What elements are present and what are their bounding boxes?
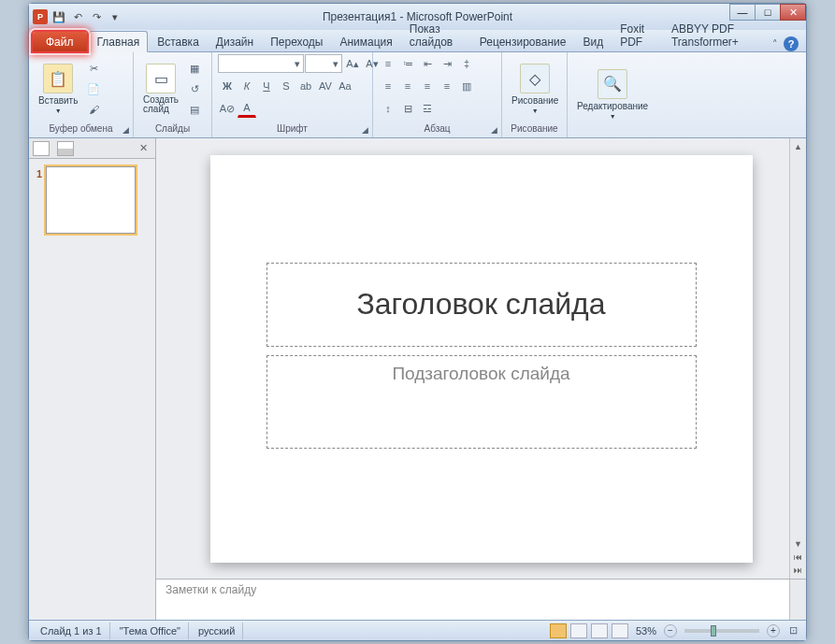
title-placeholder[interactable]: Заголовок слайда xyxy=(266,263,697,347)
numbering-icon[interactable]: ≔ xyxy=(398,54,417,73)
align-text-icon[interactable]: ⊟ xyxy=(398,99,417,118)
zoom-out-button[interactable]: − xyxy=(664,624,677,637)
grow-font-icon[interactable]: A▴ xyxy=(343,54,362,73)
scroll-down-icon[interactable]: ▼ xyxy=(792,537,805,551)
prev-slide-icon[interactable]: ⏮ xyxy=(792,551,805,564)
char-spacing-icon[interactable]: AV xyxy=(316,77,335,95)
decrease-indent-icon[interactable]: ⇤ xyxy=(418,54,437,73)
shadow-icon[interactable]: ab xyxy=(296,77,315,95)
slideshow-view-button[interactable] xyxy=(612,623,628,638)
font-family-dropdown[interactable]: ▾ xyxy=(218,54,304,73)
drawing-button[interactable]: ◇ Рисование ▼ xyxy=(508,62,562,116)
qat-customize-icon[interactable]: ▾ xyxy=(108,9,122,24)
outline-tab[interactable] xyxy=(57,141,74,156)
section-icon[interactable]: ▤ xyxy=(185,100,204,119)
justify-icon[interactable]: ≡ xyxy=(438,77,456,95)
align-right-icon[interactable]: ≡ xyxy=(418,77,437,95)
save-icon[interactable]: 💾 xyxy=(51,9,66,24)
group-label-drawing: Рисование xyxy=(508,123,561,136)
smartart-icon[interactable]: ☲ xyxy=(418,99,437,118)
bullets-icon[interactable]: ≡ xyxy=(379,54,397,73)
zoom-thumb[interactable] xyxy=(711,625,716,637)
zoom-slider[interactable] xyxy=(684,629,759,633)
line-spacing-icon[interactable]: ‡ xyxy=(457,54,476,73)
align-center-icon[interactable]: ≡ xyxy=(398,77,417,95)
notes-scrollbar[interactable] xyxy=(789,580,806,620)
tab-review[interactable]: Рецензирование xyxy=(472,32,574,51)
align-left-icon[interactable]: ≡ xyxy=(379,77,397,95)
fit-to-window-button[interactable]: ⊡ xyxy=(784,622,802,640)
tab-slideshow[interactable]: Показ слайдов xyxy=(402,19,470,51)
ribbon-minimize-icon[interactable]: ˄ xyxy=(772,38,778,50)
paragraph-launcher-icon[interactable]: ◢ xyxy=(488,124,499,136)
group-label-slides: Слайды xyxy=(139,123,206,136)
columns-icon[interactable]: ▥ xyxy=(457,77,476,95)
zoom-percent[interactable]: 53% xyxy=(636,625,656,637)
shapes-icon: ◇ xyxy=(520,64,550,93)
font-size-dropdown[interactable]: ▾ xyxy=(305,54,342,73)
panel-close-icon[interactable]: ✕ xyxy=(136,142,151,154)
ribbon-tabs: Файл Главная Вставка Дизайн Переходы Ани… xyxy=(29,30,806,52)
clipboard-launcher-icon[interactable]: ◢ xyxy=(120,124,131,136)
text-direction-icon[interactable]: ↕ xyxy=(379,99,397,118)
group-paragraph: ≡ ≔ ⇤ ⇥ ‡ ≡ ≡ ≡ ≡ ▥ ↕ ⊟ ☲ xyxy=(373,52,502,137)
scroll-up-icon[interactable]: ▲ xyxy=(792,140,805,153)
tab-foxit[interactable]: Foxit PDF xyxy=(612,19,662,51)
subtitle-placeholder[interactable]: Подзаголовок слайда xyxy=(266,355,697,449)
font-color-icon[interactable]: A xyxy=(238,99,256,118)
tab-insert[interactable]: Вставка xyxy=(150,32,207,51)
canvas-area[interactable]: Заголовок слайда Подзаголовок слайда ▲ ▼… xyxy=(156,138,806,579)
tab-animations[interactable]: Анимация xyxy=(332,32,399,51)
bold-icon[interactable]: Ж xyxy=(218,77,237,95)
thumbnails-tab[interactable] xyxy=(33,141,50,156)
powerpoint-icon[interactable]: P xyxy=(33,9,48,24)
close-button[interactable]: ✕ xyxy=(780,4,806,21)
vertical-scrollbar[interactable]: ▲ ▼ ⏮ ⏭ xyxy=(789,138,806,579)
find-icon: 🔍 xyxy=(597,69,627,99)
group-clipboard: 📋 Вставить ▼ ✂ 📄 🖌 Буфер обмена ◢ xyxy=(29,52,134,137)
strike-icon[interactable]: S xyxy=(277,77,295,95)
copy-icon[interactable]: 📄 xyxy=(84,79,103,98)
file-tab[interactable]: Файл xyxy=(33,32,87,51)
cut-icon[interactable]: ✂ xyxy=(84,59,103,78)
next-slide-icon[interactable]: ⏭ xyxy=(792,564,805,577)
status-slide-info[interactable]: Слайд 1 из 1 xyxy=(33,623,110,639)
editing-button[interactable]: 🔍 Редактирование ▼ xyxy=(573,67,652,122)
undo-icon[interactable]: ↶ xyxy=(70,9,85,24)
italic-icon[interactable]: К xyxy=(238,77,256,95)
status-language[interactable]: русский xyxy=(191,623,243,639)
quick-access-toolbar: P 💾 ↶ ↷ ▾ xyxy=(33,9,122,24)
reading-view-button[interactable] xyxy=(591,623,608,638)
format-painter-icon[interactable]: 🖌 xyxy=(84,100,103,119)
status-theme[interactable]: "Тема Office" xyxy=(112,623,189,639)
clear-format-icon[interactable]: A⊘ xyxy=(218,99,237,118)
group-editing: 🔍 Редактирование ▼ xyxy=(568,52,655,137)
notes-pane[interactable]: Заметки к слайду xyxy=(156,579,806,620)
increase-indent-icon[interactable]: ⇥ xyxy=(438,54,456,73)
tab-design[interactable]: Дизайн xyxy=(209,32,261,51)
statusbar: Слайд 1 из 1 "Тема Office" русский 53% −… xyxy=(29,620,806,640)
tab-view[interactable]: Вид xyxy=(575,32,611,51)
new-slide-button[interactable]: ▭ Создать слайд xyxy=(139,62,182,116)
workspace: ✕ 1 Заголовок слайда Подзаголовок слайда… xyxy=(29,138,806,620)
edit-area: Заголовок слайда Подзаголовок слайда ▲ ▼… xyxy=(156,138,806,620)
reset-icon[interactable]: ↺ xyxy=(185,79,204,98)
zoom-in-button[interactable]: + xyxy=(767,624,780,637)
slide-canvas[interactable]: Заголовок слайда Подзаголовок слайда xyxy=(210,155,753,563)
tab-transitions[interactable]: Переходы xyxy=(263,32,330,51)
redo-icon[interactable]: ↷ xyxy=(89,9,104,24)
underline-icon[interactable]: Ч xyxy=(257,77,276,95)
tab-abbyy[interactable]: ABBYY PDF Transformer+ xyxy=(664,19,770,51)
ribbon: 📋 Вставить ▼ ✂ 📄 🖌 Буфер обмена ◢ ▭ Созд… xyxy=(29,52,806,138)
layout-icon[interactable]: ▦ xyxy=(185,59,204,78)
help-icon[interactable]: ? xyxy=(784,36,799,51)
group-label-paragraph: Абзац xyxy=(379,123,496,136)
sorter-view-button[interactable] xyxy=(570,623,587,638)
tab-home[interactable]: Главная xyxy=(89,31,149,52)
paste-button[interactable]: 📋 Вставить ▼ xyxy=(35,62,81,116)
normal-view-button[interactable] xyxy=(550,623,567,638)
thumbnail-number: 1 xyxy=(36,166,42,234)
change-case-icon[interactable]: Aa xyxy=(336,77,354,95)
slide-thumbnail[interactable] xyxy=(46,166,136,234)
font-launcher-icon[interactable]: ◢ xyxy=(359,124,370,136)
